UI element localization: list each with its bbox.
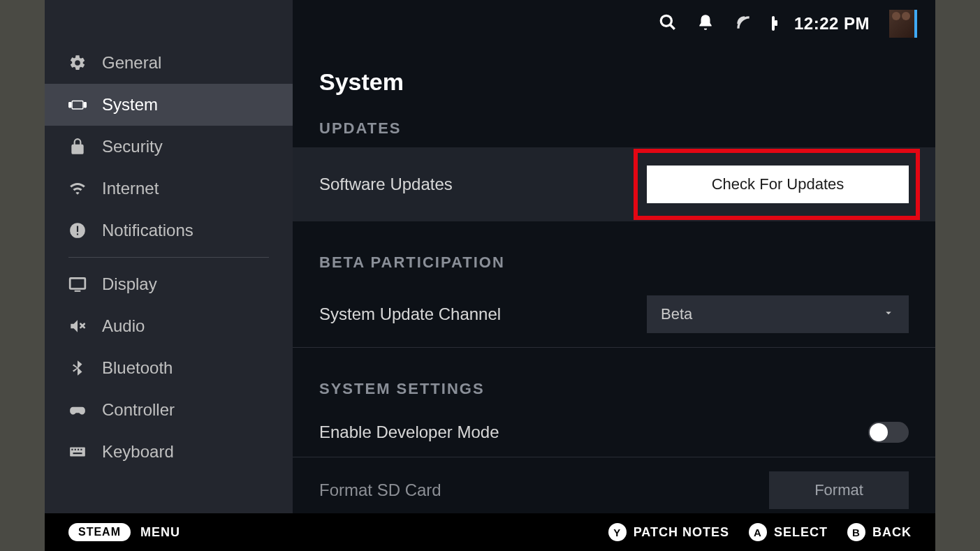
page-title: System	[293, 47, 935, 111]
svg-rect-4	[77, 226, 78, 233]
sidebar-item-label: Controller	[102, 400, 175, 420]
svg-point-14	[661, 15, 671, 26]
section-header-updates: UPDATES	[293, 111, 935, 147]
display-icon	[68, 275, 87, 293]
y-action[interactable]: Y PATCH NOTES	[608, 523, 729, 541]
svg-rect-13	[73, 453, 82, 454]
sidebar-item-security[interactable]: Security	[45, 126, 293, 168]
section-header-beta: BETA PARTICIPATION	[293, 245, 935, 281]
search-icon[interactable]	[659, 13, 677, 34]
sidebar-item-controller[interactable]: Controller	[45, 389, 293, 431]
sidebar-item-bluetooth[interactable]: Bluetooth	[45, 347, 293, 389]
clock: 12:22 PM	[794, 14, 870, 34]
main-area: General System Security Internet	[45, 0, 935, 513]
battery-icon	[772, 17, 775, 30]
sidebar-item-system[interactable]: System	[45, 84, 293, 126]
bluetooth-icon	[68, 359, 87, 377]
sidebar-item-label: Internet	[102, 179, 159, 198]
row-developer-mode: Enable Developer Mode	[293, 408, 935, 457]
update-channel-label: System Update Channel	[319, 304, 501, 324]
svg-rect-7	[75, 291, 81, 292]
y-button-icon: Y	[608, 523, 627, 541]
update-channel-value: Beta	[661, 305, 692, 323]
sidebar-item-general[interactable]: General	[45, 42, 293, 84]
footer-right: Y PATCH NOTES A SELECT B BACK	[608, 523, 912, 541]
svg-line-15	[670, 24, 675, 29]
sidebar-item-display[interactable]: Display	[45, 263, 293, 305]
software-updates-label: Software Updates	[319, 175, 453, 194]
menu-label: MENU	[140, 525, 180, 540]
svg-rect-5	[77, 233, 78, 235]
sidebar-divider	[68, 257, 269, 258]
settings-sidebar: General System Security Internet	[45, 0, 293, 513]
svg-rect-0	[68, 102, 71, 108]
steamdeck-icon	[68, 96, 87, 114]
b-action[interactable]: B BACK	[847, 523, 912, 541]
steam-deck-settings-screen: General System Security Internet	[45, 0, 935, 551]
sidebar-item-label: System	[102, 95, 158, 115]
sidebar-item-audio[interactable]: Audio	[45, 305, 293, 347]
developer-mode-toggle[interactable]	[868, 422, 909, 443]
chevron-down-icon	[882, 305, 895, 323]
a-action[interactable]: A SELECT	[749, 523, 828, 541]
row-format-sd: Format SD Card Format	[293, 457, 935, 513]
audio-muted-icon	[68, 317, 87, 335]
sidebar-item-label: General	[102, 53, 161, 73]
gear-icon	[68, 54, 87, 72]
action-footer: STEAM MENU Y PATCH NOTES A SELECT B BACK	[45, 513, 935, 551]
controller-icon	[68, 401, 87, 419]
row-software-updates: Software Updates Check For Updates	[293, 147, 935, 221]
check-for-updates-button[interactable]: Check For Updates	[647, 166, 909, 203]
sidebar-item-label: Audio	[102, 316, 145, 336]
svg-rect-1	[84, 102, 87, 108]
a-button-icon: A	[749, 523, 767, 541]
network-icon[interactable]	[734, 13, 752, 34]
y-action-label: PATCH NOTES	[634, 525, 729, 540]
avatar[interactable]	[889, 10, 917, 38]
steam-button[interactable]: STEAM	[68, 523, 131, 541]
lock-icon	[68, 138, 87, 156]
developer-mode-label: Enable Developer Mode	[319, 423, 499, 442]
sidebar-item-label: Display	[102, 274, 157, 294]
alert-icon	[68, 221, 87, 240]
b-button-icon: B	[847, 523, 865, 541]
content-pane: 12:22 PM System UPDATES Software Updates…	[293, 0, 935, 513]
b-action-label: BACK	[872, 525, 912, 540]
svg-rect-2	[72, 101, 83, 109]
status-bar: 12:22 PM	[293, 0, 935, 47]
sidebar-item-internet[interactable]: Internet	[45, 168, 293, 210]
sidebar-item-label: Security	[102, 137, 163, 156]
svg-rect-11	[78, 449, 79, 450]
sidebar-item-label: Notifications	[102, 221, 193, 240]
update-channel-select[interactable]: Beta	[647, 295, 909, 333]
bell-icon[interactable]	[696, 13, 715, 34]
svg-rect-8	[70, 448, 85, 457]
footer-left: STEAM MENU	[68, 523, 180, 541]
section-header-system-settings: SYSTEM SETTINGS	[293, 372, 935, 408]
sidebar-item-notifications[interactable]: Notifications	[45, 210, 293, 251]
svg-rect-6	[70, 278, 85, 288]
a-action-label: SELECT	[774, 525, 828, 540]
svg-rect-9	[71, 449, 73, 450]
format-sd-label: Format SD Card	[319, 480, 441, 500]
keyboard-icon	[68, 443, 87, 461]
sidebar-item-label: Bluetooth	[102, 358, 173, 378]
wifi-icon	[68, 179, 87, 198]
svg-rect-10	[75, 449, 76, 450]
sidebar-item-label: Keyboard	[102, 442, 174, 462]
row-update-channel: System Update Channel Beta	[293, 281, 935, 348]
sidebar-item-keyboard[interactable]: Keyboard	[45, 431, 293, 473]
svg-rect-12	[80, 449, 82, 450]
format-sd-button[interactable]: Format	[769, 471, 909, 509]
